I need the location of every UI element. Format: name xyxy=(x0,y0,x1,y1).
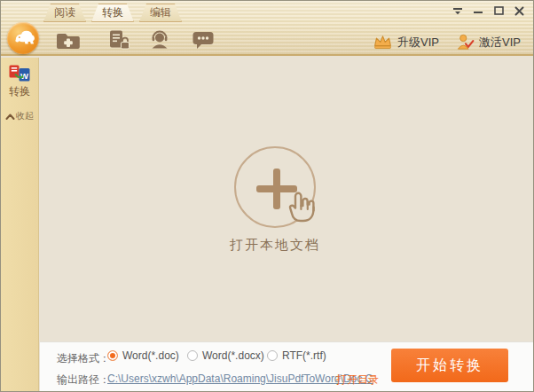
plus-icon xyxy=(273,169,280,209)
sidebar-item-convert[interactable]: W 转换 xyxy=(9,65,30,99)
mode-tabs: 阅读 转换 编辑 xyxy=(43,4,182,22)
radio-icon xyxy=(267,350,278,361)
menu-arrow-icon[interactable] xyxy=(452,6,463,16)
open-local-document-label: 打开本地文档 xyxy=(193,237,357,254)
drop-area: 打开本地文档 xyxy=(40,58,533,341)
open-file-icon[interactable] xyxy=(56,29,81,51)
start-conversion-button[interactable]: 开始转换 xyxy=(391,349,508,382)
app-window: 阅读 转换 编辑 xyxy=(0,0,534,392)
radio-rtf[interactable]: RTF(*.rtf) xyxy=(267,349,347,362)
pdf-to-word-icon: W xyxy=(9,65,30,82)
radio-word-docx-label: Word(*.docx) xyxy=(202,349,264,362)
open-local-document-button[interactable] xyxy=(234,146,316,228)
app-logo-button[interactable] xyxy=(7,22,39,54)
elephant-logo-icon xyxy=(11,27,35,49)
upgrade-vip-label: 升级VIP xyxy=(397,35,439,51)
tab-convert[interactable]: 转换 xyxy=(91,4,134,22)
activate-vip-label: 激活VIP xyxy=(479,35,521,51)
open-directory-link[interactable]: 打开目录 xyxy=(336,372,379,388)
radio-word-docx[interactable]: Word(*.docx) xyxy=(187,349,267,362)
format-label: 选择格式： xyxy=(57,351,110,366)
tab-read[interactable]: 阅读 xyxy=(43,4,86,22)
sidebar-collapse-label: 收起 xyxy=(16,110,34,122)
radio-word-doc[interactable]: Word(*.doc) xyxy=(107,349,187,362)
sidebar-convert-label: 转换 xyxy=(9,84,30,99)
window-controls xyxy=(452,6,524,16)
format-radio-group: Word(*.doc) Word(*.docx) RTF(*.rtf) xyxy=(107,349,347,362)
radio-rtf-label: RTF(*.rtf) xyxy=(282,349,326,362)
chevron-up-icon xyxy=(5,114,15,120)
hand-cursor-icon xyxy=(284,191,316,226)
feedback-icon[interactable] xyxy=(191,29,216,51)
svg-text:W: W xyxy=(20,71,28,81)
title-toolbar-area: 阅读 转换 编辑 xyxy=(1,1,533,56)
activate-vip-button[interactable]: 激活VIP xyxy=(457,34,521,51)
person-check-icon xyxy=(457,34,475,51)
crown-icon xyxy=(373,35,393,50)
output-path-label: 输出路径： xyxy=(57,372,110,388)
radio-icon xyxy=(107,350,118,361)
output-path-link[interactable]: C:\Users\xzwh\AppData\Roaming\JisuPdfToW… xyxy=(107,372,373,385)
sidebar: W 转换 收起 xyxy=(1,58,39,391)
radio-icon xyxy=(187,350,198,361)
conversion-options-panel: 选择格式： Word(*.doc) Word(*.docx) RTF(*.rtf… xyxy=(40,341,533,391)
maximize-icon[interactable] xyxy=(493,6,504,16)
close-icon[interactable] xyxy=(514,6,524,16)
tab-edit[interactable]: 编辑 xyxy=(139,4,182,22)
customer-service-icon[interactable] xyxy=(147,29,172,51)
vip-buttons: 升级VIP 激活VIP xyxy=(373,34,521,51)
sidebar-collapse-button[interactable]: 收起 xyxy=(5,110,34,122)
decrypt-document-icon[interactable] xyxy=(107,29,132,51)
upgrade-vip-button[interactable]: 升级VIP xyxy=(373,35,439,51)
minimize-icon[interactable] xyxy=(473,6,483,16)
radio-word-doc-label: Word(*.doc) xyxy=(122,349,179,362)
